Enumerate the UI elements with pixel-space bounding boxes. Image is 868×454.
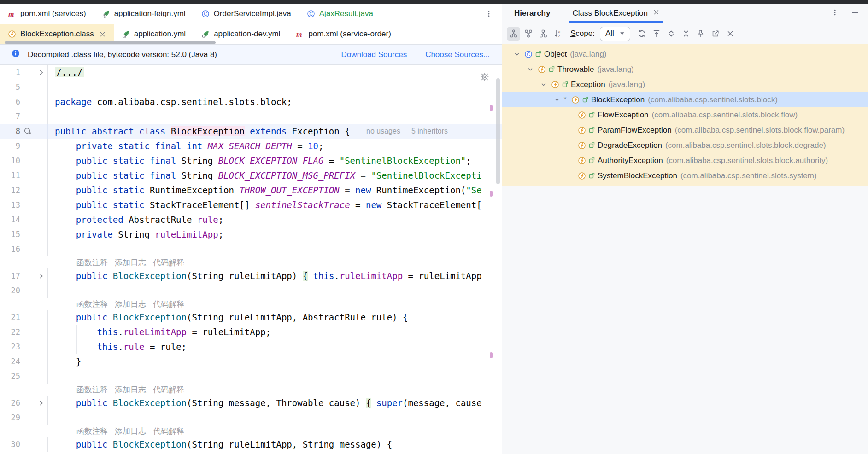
ai-inlay-hint[interactable]: 代码解释 <box>153 384 184 395</box>
ai-inlay-hint[interactable]: 函数注释 <box>76 426 108 437</box>
code-line[interactable]: 21 public BlockException(String ruleLimi… <box>0 310 502 325</box>
scope-label-rest: cope: <box>575 29 595 38</box>
tree-item-blockexception[interactable]: *BlockException(com.alibaba.csp.sentinel… <box>502 92 868 107</box>
up-to-parent-button[interactable] <box>650 27 663 41</box>
editor-gutter: 13 <box>0 198 48 212</box>
code-line[interactable]: 17 public BlockException(String ruleLimi… <box>0 268 502 283</box>
code-line[interactable]: 10 public static final String BLOCK_EXCE… <box>0 153 502 168</box>
editor-tab-orderserviceimpl-java[interactable]: COrderServiceImpl.java <box>194 4 299 24</box>
editor-tab-pom-xml-service-order-[interactable]: mpom.xml (service-order) <box>288 24 399 44</box>
code-line[interactable]: 16 <box>0 242 502 256</box>
code-line[interactable]: 7 <box>0 109 502 124</box>
supertypes-hierarchy-button[interactable] <box>522 27 535 41</box>
refresh-button[interactable] <box>635 27 649 41</box>
subtypes-hierarchy-button[interactable] <box>536 27 550 41</box>
code-token: (String ruleLimitApp) <box>187 271 303 281</box>
code-line[interactable]: 20 <box>0 283 502 298</box>
fold-chevron-icon[interactable] <box>35 400 47 407</box>
tab-row-horizontal-scrollbar[interactable] <box>5 41 216 44</box>
tab-label: application.yml <box>134 29 186 39</box>
code-line[interactable]: 8public abstract class BlockException ex… <box>0 124 502 139</box>
tree-item-degradeexception[interactable]: DegradeException(com.alibaba.csp.sentine… <box>502 138 868 153</box>
editor-settings-gear-icon[interactable] <box>480 72 490 84</box>
tree-item-throwable[interactable]: Throwable(java.lang) <box>502 62 868 77</box>
expand-all-button[interactable] <box>665 27 678 41</box>
ai-inlay-hint[interactable]: 添加日志 <box>115 426 146 437</box>
collapse-all-button[interactable] <box>680 27 693 41</box>
class-hierarchy-button[interactable] <box>507 27 520 41</box>
minimize-icon[interactable] <box>851 9 859 18</box>
code-line-text: private static final int MAX_SEARCH_DEPT… <box>48 141 323 151</box>
code-line[interactable]: 11 public static final String BLOCK_EXCE… <box>0 168 502 183</box>
ai-inlay-hint[interactable]: 函数注释 <box>76 257 108 268</box>
editor-tab-row-1: mpom.xml (services)application-feign.yml… <box>0 4 502 24</box>
code-line[interactable]: 14 protected AbstractRule rule; <box>0 212 502 227</box>
scope-dropdown[interactable]: All <box>600 27 630 41</box>
code-line[interactable]: 30 public BlockException(String ruleLimi… <box>0 437 502 452</box>
line-number: 29 <box>0 413 20 422</box>
hierarchy-tab-class-blockexception[interactable]: Class BlockException <box>570 4 661 23</box>
close-icon[interactable] <box>653 9 660 18</box>
ai-inlay-hint[interactable]: 添加日志 <box>115 257 146 268</box>
code-line[interactable]: 29 <box>0 410 502 425</box>
fold-chevron-icon[interactable] <box>35 69 47 76</box>
tree-item-paramflowexception[interactable]: ParamFlowException(com.alibaba.csp.senti… <box>502 122 868 138</box>
fold-chevron-icon[interactable] <box>35 273 47 279</box>
ai-inlay-hint[interactable]: 函数注释 <box>76 384 108 395</box>
code-line[interactable]: 15 private String ruleLimitApp; <box>0 227 502 242</box>
code-line[interactable]: 5 <box>0 80 502 94</box>
tree-item-flowexception[interactable]: FlowException(com.alibaba.csp.sentinel.s… <box>502 107 868 122</box>
ai-inlay-hint[interactable]: 代码解释 <box>153 257 184 268</box>
kebab-menu-icon[interactable] <box>831 9 839 18</box>
code-line[interactable]: 23 this.rule = rule; <box>0 339 502 354</box>
pin-button[interactable] <box>694 27 708 41</box>
tree-item-exception[interactable]: Exception(java.lang) <box>502 77 868 92</box>
code-line[interactable]: 26 public BlockException(String message,… <box>0 396 502 410</box>
code-line[interactable]: 6package com.alibaba.csp.sentinel.slots.… <box>0 94 502 109</box>
code-line[interactable]: 25 <box>0 369 502 384</box>
open-in-new-window-button[interactable] <box>709 27 722 41</box>
usage-inlay-hint[interactable]: no usages <box>366 127 400 135</box>
chevron-down-icon[interactable] <box>551 96 563 104</box>
banner-link-choose-sources-[interactable]: Choose Sources... <box>425 50 490 59</box>
tree-item-authorityexception[interactable]: AuthorityException(com.alibaba.csp.senti… <box>502 153 868 168</box>
code-line[interactable]: 24 } <box>0 354 502 369</box>
chevron-down-icon[interactable] <box>525 66 536 73</box>
code-line-text: /.../ <box>48 67 84 77</box>
code-line[interactable]: 9 private static final int MAX_SEARCH_DE… <box>0 139 502 153</box>
editor-vertical-scrollbar[interactable] <box>496 78 500 184</box>
chevron-down-icon[interactable] <box>538 81 549 88</box>
code-line[interactable]: 1/.../ <box>0 65 502 80</box>
exception-class-icon <box>569 96 581 104</box>
code-line[interactable]: 22 this.ruleLimitApp = ruleLimitApp; <box>0 325 502 339</box>
chevron-down-icon[interactable] <box>511 51 522 58</box>
svg-text:m: m <box>296 30 302 38</box>
banner-link-download-sources[interactable]: Download Sources <box>341 50 407 59</box>
usage-inlay-hint[interactable]: 5 inheritors <box>411 127 448 135</box>
kebab-menu-icon[interactable] <box>485 4 502 24</box>
code-editor[interactable]: 1/.../56package com.alibaba.csp.sentinel… <box>0 65 502 454</box>
code-line[interactable]: 12 public static RuntimeException THROW_… <box>0 183 502 198</box>
ai-inlay-hint[interactable]: 添加日志 <box>115 384 146 395</box>
close-icon[interactable] <box>99 31 106 38</box>
base-class-star-marker-icon: * <box>563 96 569 104</box>
ai-inlay-hint[interactable]: 函数注释 <box>76 299 108 309</box>
ai-inlay-hint[interactable]: 代码解释 <box>153 299 184 309</box>
sort-alphabetically-button[interactable]: az <box>551 27 564 41</box>
tree-item-object[interactable]: CObject(java.lang) <box>502 47 868 62</box>
line-number: 13 <box>0 200 20 210</box>
editor-tab-pom-xml-services-[interactable]: mpom.xml (services) <box>0 4 94 24</box>
visibility-badge-icon <box>561 81 569 88</box>
subclassed-gutter-icon[interactable] <box>20 127 35 136</box>
ai-inlay-hint[interactable]: 代码解释 <box>153 426 184 437</box>
code-line[interactable]: 13 public static StackTraceElement[] sen… <box>0 198 502 212</box>
code-token: StackTraceElement[] <box>150 200 255 210</box>
tree-item-systemblockexception[interactable]: SystemBlockException(com.alibaba.csp.sen… <box>502 168 868 183</box>
code-line-text: } <box>48 356 81 367</box>
close-button[interactable] <box>724 27 737 41</box>
ai-inlay-hint[interactable]: 添加日志 <box>115 299 146 309</box>
editor-tab-ajaxresult-java[interactable]: CAjaxResult.java <box>299 4 381 24</box>
up-to-parent-icon <box>652 29 661 38</box>
hierarchy-tree: CObject(java.lang)Throwable(java.lang)Ex… <box>502 44 868 186</box>
editor-tab-application-feign-yml[interactable]: application-feign.yml <box>94 4 194 24</box>
